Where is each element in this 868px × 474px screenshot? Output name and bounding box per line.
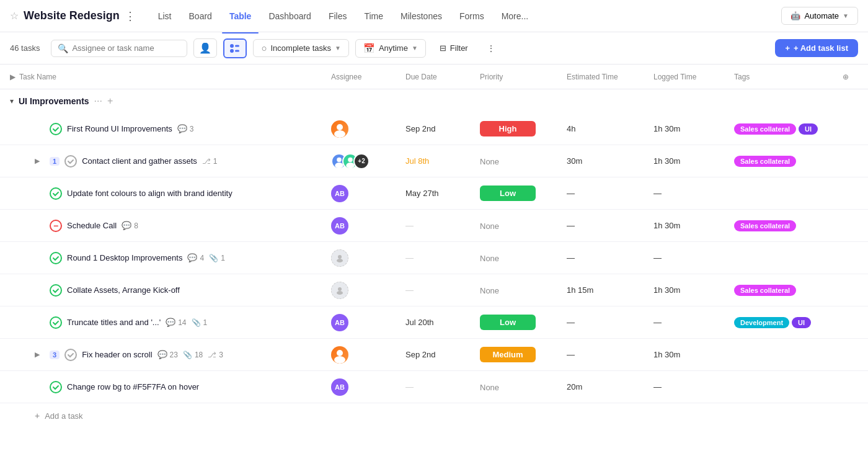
avatar [331,346,348,364]
status-done-icon[interactable] [50,123,62,135]
task-label: Schedule Call [67,221,117,230]
calendar-icon: 📅 [363,43,375,54]
task-name-cell: ▶ First Round UI Improvements 💬 3 [10,123,331,135]
col-task-name: ▶ Task Name [10,73,331,81]
section-add-button[interactable]: + [107,96,113,107]
search-box[interactable]: 🔍 [51,40,187,57]
priority-cell: None [480,156,567,166]
expand-all-button[interactable]: ▶ [10,73,16,81]
assignee-cell: AB [331,185,405,202]
add-column-button[interactable]: ⊕ [833,73,858,81]
task-name-cell: ▶ Collate Assets, Arrange Kick-off [10,284,331,297]
estimated-time-cell: 1h 15m [567,285,653,295]
add-col-icon: ⊕ [843,73,849,81]
status-done-icon[interactable] [50,381,62,393]
subtask-icon: ⎇ [208,351,216,359]
svg-rect-2 [235,45,239,47]
incomplete-tasks-filter[interactable]: ○ Incomplete tasks ▼ [253,39,349,57]
tab-table[interactable]: Table [222,7,259,25]
section-header[interactable]: ▾ UI Improvements ··· + [0,89,868,113]
plus-icon: + [785,43,790,53]
tab-list[interactable]: List [151,7,179,25]
tab-dashboard[interactable]: Dashboard [261,7,319,25]
table-row: ▶ 3 Fix header on scroll 💬 23 📎 18 ⎇ 3 S… [0,339,868,371]
person-icon: 👤 [199,42,211,54]
toolbar-more-button[interactable]: ⋮ [482,40,500,56]
status-done-icon[interactable] [50,284,62,297]
row-expand-button[interactable]: ▶ [35,351,45,359]
avatar: AB [331,185,348,202]
task-label: First Round UI Improvements [67,124,172,133]
priority-cell: Low [480,315,567,330]
priority-none: None [480,254,499,263]
assignee-filter-button[interactable]: 👤 [193,38,217,58]
comment-icon: 💬 [187,253,197,262]
header-more-button[interactable]: ⋮ [125,9,136,23]
tab-forms[interactable]: Forms [452,7,492,25]
status-pending-icon[interactable] [64,349,77,361]
star-icon[interactable]: ☆ [10,10,19,22]
attach-count: 1 [203,318,208,327]
tags-cell: Sales collateral UI [734,123,833,135]
project-title: Website Redesign [24,9,120,22]
priority-cell: None [480,382,567,392]
table-row: ▶ Update font colours to align with bran… [0,177,868,210]
svg-point-14 [337,350,343,356]
priority-low-badge: Low [480,186,536,201]
task-name-cell: ▶ 1 Contact client and gather assets ⎇ 1 [10,155,331,168]
svg-point-13 [337,291,343,295]
anytime-filter[interactable]: 📅 Anytime ▼ [355,39,426,58]
filter-icon: ⊟ [440,43,446,53]
attach-icon: 📎 [183,351,192,359]
task-meta: 💬 14 📎 1 [166,318,207,327]
nav-tabs: List Board Table Dashboard Files Time Mi… [151,7,782,25]
due-date-cell: — [405,382,480,391]
task-meta: 💬 3 [177,124,194,133]
anytime-label: Anytime [379,43,408,53]
due-date-cell: — [405,285,480,295]
task-label: Fix header on scroll [82,350,152,359]
section-options-button[interactable]: ··· [94,96,102,107]
col-task-name-label: Task Name [19,73,56,81]
add-task-list-button[interactable]: + + Add task list [775,39,858,57]
assignee-cell [331,282,405,299]
due-date-cell: May 27th [405,189,480,198]
due-date-cell: Jul 20th [405,318,480,327]
avatar-placeholder [331,249,348,267]
tab-time[interactable]: Time [356,7,391,25]
estimated-time-cell: — [567,318,653,327]
tab-more[interactable]: More... [494,7,536,25]
add-task-row[interactable]: + Add a task [0,403,868,428]
toolbar: 46 tasks 🔍 👤 ○ Incomplete tasks ▼ 📅 Anyt… [0,32,868,65]
filter-button[interactable]: ⊟ Filter [432,40,476,56]
status-done-icon[interactable] [50,316,62,329]
task-meta: 💬 4 📎 1 [187,253,224,262]
status-blocked-icon[interactable]: − [50,220,62,232]
automate-label: Automate [804,11,839,20]
col-tags: Tags [734,73,833,81]
svg-point-5 [334,130,345,138]
tag-sales-collateral: Sales collateral [734,220,796,231]
section-chevron-icon[interactable]: ▾ [10,97,14,105]
search-input[interactable] [72,43,180,53]
status-done-icon[interactable] [50,187,62,200]
tab-files[interactable]: Files [321,7,355,25]
tab-board[interactable]: Board [182,7,219,25]
task-meta: 💬 8 [122,221,138,230]
tags-cell: Sales collateral [734,156,833,167]
avatar: AB [331,314,348,331]
tab-milestones[interactable]: Milestones [393,7,450,25]
estimated-time-cell: — [567,189,653,198]
section-name: UI Improvements [19,96,89,106]
group-icon [229,43,241,54]
row-expand-button[interactable]: ▶ [35,157,45,165]
due-date-cell: Sep 2nd [405,350,480,359]
table-row: ▶ First Round UI Improvements 💬 3 Sep 2n… [0,113,868,145]
group-by-button[interactable] [223,38,247,58]
status-done-icon[interactable] [50,252,62,264]
svg-rect-3 [235,50,239,51]
comment-count: 3 [190,125,194,133]
status-pending-icon[interactable] [64,155,77,168]
priority-none: None [480,286,499,295]
automate-button[interactable]: 🤖 Automate ▼ [781,7,858,25]
